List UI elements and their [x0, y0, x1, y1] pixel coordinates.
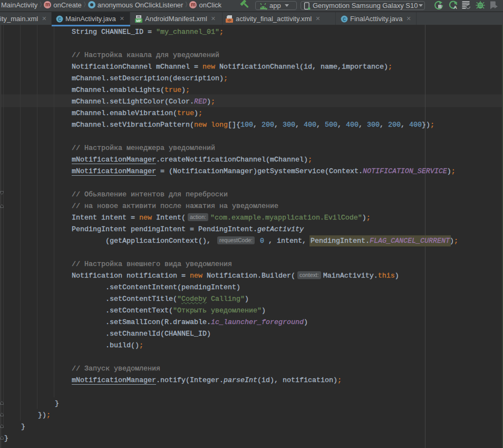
svg-text:A: A — [453, 4, 457, 10]
svg-text:‹/›: ‹/› — [227, 18, 231, 23]
svg-text:C: C — [343, 16, 346, 22]
svg-text:C: C — [58, 16, 61, 22]
svg-text:MF: MF — [136, 18, 142, 22]
